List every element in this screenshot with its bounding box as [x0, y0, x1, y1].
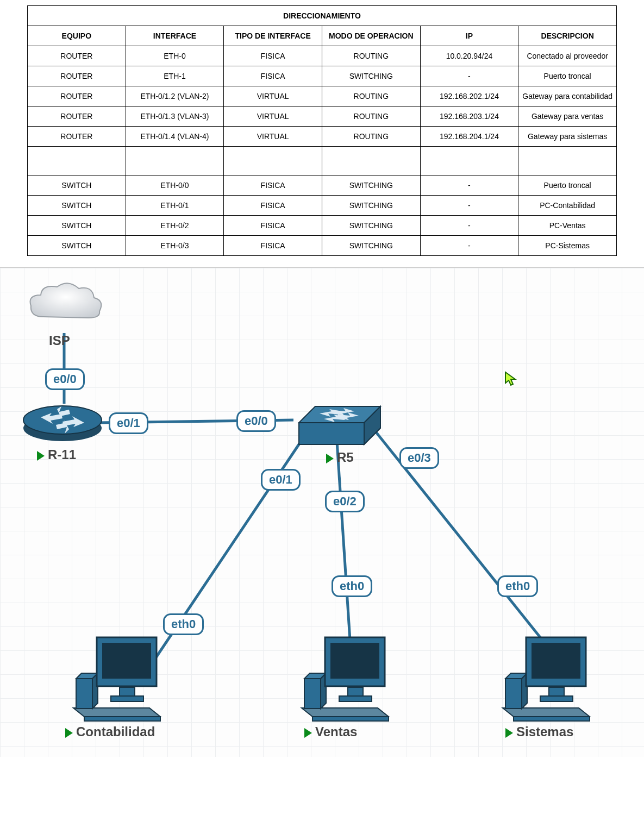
svg-rect-29 [330, 643, 379, 679]
table-cell: 192.168.204.1/24 [420, 127, 518, 147]
table-cell [28, 147, 126, 175]
table-row: ROUTERETH-0/1.3 (VLAN-3)VIRTUALROUTING19… [28, 106, 617, 127]
table-cell: FISICA [224, 66, 322, 86]
table-cell: - [420, 175, 518, 196]
play-icon [505, 728, 513, 738]
table-cell: SWITCHING [322, 66, 420, 86]
iface-switch-e01: e0/1 [261, 469, 301, 491]
table-cell: PC-Ventas [518, 216, 617, 236]
svg-rect-40 [540, 696, 573, 701]
table-row: ROUTERETH-0/1.2 (VLAN-2)VIRTUALROUTING19… [28, 86, 617, 106]
svg-point-1 [23, 406, 102, 434]
table-cell: ETH-0/2 [126, 216, 224, 236]
table-cell: ROUTING [322, 127, 420, 147]
svg-marker-32 [503, 708, 590, 717]
svg-marker-8 [299, 423, 364, 444]
col-ip: IP [420, 26, 518, 46]
table-cell: SWITCH [28, 196, 126, 216]
table-row: SWITCHETH-0/1FISICASWITCHING-PC-Contabil… [28, 196, 617, 216]
col-interface: INTERFACE [126, 26, 224, 46]
table-cell: FISICA [224, 46, 322, 66]
pc-icon-contabilidad [65, 626, 168, 722]
svg-rect-34 [505, 679, 522, 709]
table-cell [224, 147, 322, 175]
table-cell: Gateway para sistemas [518, 127, 617, 147]
network-diagram: ISP R-11 R5 [0, 267, 644, 757]
table-cell: SWITCH [28, 175, 126, 196]
table-cell: SWITCHING [322, 236, 420, 256]
table-row: ROUTERETH-1FISICASWITCHING-Puerto tronca… [28, 66, 617, 86]
table-cell: - [420, 236, 518, 256]
label-isp: ISP [49, 333, 70, 348]
table-cell: ETH-1 [126, 66, 224, 86]
table-cell: ROUTING [322, 86, 420, 106]
table-cell: ETH-0/1.3 (VLAN-3) [126, 106, 224, 127]
table-cell: ETH-0/3 [126, 236, 224, 256]
table-cell [322, 147, 420, 175]
table-cell: FISICA [224, 216, 322, 236]
table-cell: FISICA [224, 196, 322, 216]
svg-rect-22 [111, 696, 143, 701]
pc-icon-sistemas [495, 626, 598, 722]
table-cell: 10.0.20.94/24 [420, 46, 518, 66]
play-icon [65, 728, 73, 738]
table-row [28, 147, 617, 175]
link-switch-pc2 [337, 442, 351, 648]
play-icon [304, 728, 312, 738]
label-pc1: Contabilidad [65, 724, 155, 739]
table-cell: Gateway para ventas [518, 106, 617, 127]
svg-rect-33 [514, 717, 590, 721]
table-cell: - [420, 196, 518, 216]
table-cell: ROUTING [322, 46, 420, 66]
pc-icon-ventas [293, 626, 397, 722]
iface-switch-e02: e0/2 [325, 491, 365, 512]
col-equipo: EQUIPO [28, 26, 126, 46]
table-cell [518, 147, 617, 175]
table-cell: ETH-0/1 [126, 196, 224, 216]
table-row: SWITCHETH-0/3FISICASWITCHING-PC-Sistemas [28, 236, 617, 256]
table-cell: ETH-0 [126, 46, 224, 66]
table-cell: Conectado al proveedor [518, 46, 617, 66]
svg-marker-23 [302, 708, 389, 717]
svg-rect-38 [532, 643, 580, 679]
label-switch: R5 [326, 450, 354, 465]
table-cell: ROUTER [28, 66, 126, 86]
play-icon [37, 451, 45, 461]
table-cell: SWITCHING [322, 196, 420, 216]
table-cell: - [420, 66, 518, 86]
table-row: ROUTERETH-0FISICAROUTING10.0.20.94/24Con… [28, 46, 617, 66]
table-body: ROUTERETH-0FISICAROUTING10.0.20.94/24Con… [28, 46, 617, 256]
svg-marker-41 [505, 372, 515, 385]
table-cell: ROUTER [28, 106, 126, 127]
col-modo: MODO DE OPERACION [322, 26, 420, 46]
table-cell: 192.168.202.1/24 [420, 86, 518, 106]
cursor-icon [504, 371, 517, 386]
col-tipo: TIPO DE INTERFACE [224, 26, 322, 46]
label-router: R-11 [37, 447, 76, 462]
table-cell: Gateway para contabilidad [518, 86, 617, 106]
addressing-table-container: DIRECCIONAMIENTO EQUIPO INTERFACE TIPO D… [0, 0, 644, 267]
table-cell: ROUTER [28, 86, 126, 106]
iface-pc2-eth0: eth0 [332, 575, 372, 597]
table-cell: - [420, 216, 518, 236]
iface-router-e00: e0/0 [45, 368, 85, 390]
svg-marker-14 [73, 708, 160, 717]
cloud-icon [24, 279, 106, 333]
table-cell: ETH-0/0 [126, 175, 224, 196]
svg-rect-24 [312, 717, 389, 721]
iface-pc3-eth0: eth0 [497, 575, 538, 597]
table-cell: FISICA [224, 175, 322, 196]
table-cell: SWITCH [28, 216, 126, 236]
iface-switch-e03: e0/3 [399, 447, 439, 469]
table-cell: ROUTER [28, 46, 126, 66]
play-icon [326, 454, 334, 463]
col-descripcion: DESCRIPCION [518, 26, 617, 46]
svg-rect-20 [102, 643, 151, 679]
table-cell: ROUTER [28, 127, 126, 147]
label-pc3: Sistemas [505, 724, 573, 739]
table-cell: ROUTING [322, 106, 420, 127]
table-header-row: EQUIPO INTERFACE TIPO DE INTERFACE MODO … [28, 26, 617, 46]
table-cell: VIRTUAL [224, 86, 322, 106]
svg-rect-15 [84, 717, 160, 721]
table-cell: Puerto troncal [518, 175, 617, 196]
